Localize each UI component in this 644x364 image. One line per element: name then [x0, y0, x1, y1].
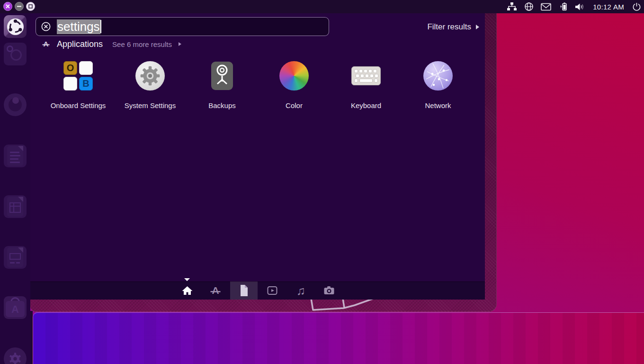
applications-category-header: A Applications See 6 more results — [42, 39, 181, 49]
network-sphere-icon — [423, 61, 453, 91]
wallpaper-origami-line-art — [300, 298, 414, 312]
see-more-results-link[interactable]: See 6 more results — [112, 40, 172, 48]
minimize-icon — [17, 6, 21, 7]
maximize-icon — [28, 4, 33, 9]
document-icon — [238, 284, 250, 297]
lens-applications[interactable]: A — [202, 282, 229, 300]
launcher-item-ubuntu-software[interactable]: A — [4, 296, 27, 319]
volume-icon[interactable] — [574, 2, 585, 11]
lens-music[interactable]: ♫ — [287, 282, 314, 300]
launcher-item-libreoffice-impress[interactable] — [4, 246, 27, 269]
filter-results-label: Filter results — [427, 22, 471, 32]
result-label: Network — [425, 101, 451, 109]
text-caret — [100, 20, 101, 33]
network-tree-icon[interactable] — [507, 2, 517, 11]
launcher-item-firefox[interactable] — [4, 93, 27, 116]
result-label: Color — [286, 101, 303, 109]
close-icon — [6, 4, 10, 9]
see-more-arrow-icon — [179, 42, 181, 46]
filter-results-button[interactable]: Filter results — [427, 22, 479, 32]
system-tray: 10:12 AM — [507, 0, 641, 13]
calc-spreadsheet-icon — [7, 197, 23, 217]
desktop: settings Filter results A Applications S… — [0, 0, 644, 364]
dash-panel: settings Filter results A Applications S… — [30, 13, 497, 312]
result-keyboard[interactable]: Keyboard — [330, 61, 402, 109]
launcher-item-dash-home[interactable] — [4, 15, 27, 38]
top-panel: 10:12 AM — [0, 0, 644, 13]
minimize-button[interactable] — [15, 2, 24, 11]
close-button[interactable] — [3, 2, 12, 11]
maximize-button[interactable] — [26, 2, 35, 11]
launcher-item-system-settings[interactable] — [4, 347, 27, 364]
battery-icon[interactable] — [558, 2, 567, 11]
unity-launcher: A — [0, 13, 30, 364]
launcher-item-libreoffice-calc[interactable] — [4, 195, 27, 218]
search-results-grid: O B Onboard Settings — [42, 61, 485, 109]
clear-search-icon[interactable] — [41, 21, 51, 32]
result-network[interactable]: Network — [402, 61, 474, 109]
home-icon — [181, 285, 193, 296]
camera-icon — [323, 285, 335, 296]
search-input[interactable]: settings — [36, 17, 329, 36]
result-system-settings[interactable]: System Settings — [114, 61, 186, 109]
result-label: Backups — [208, 101, 236, 109]
power-icon[interactable] — [632, 2, 641, 11]
ubuntu-logo-icon — [7, 18, 24, 35]
category-label: Applications — [57, 39, 103, 49]
lens-files[interactable] — [230, 282, 258, 300]
expand-right-arrow-icon — [476, 25, 479, 29]
result-label: System Settings — [125, 101, 176, 109]
mail-icon[interactable] — [541, 3, 551, 11]
music-notes-icon: ♫ — [296, 285, 305, 297]
gear-icon — [4, 347, 27, 364]
background-window — [33, 312, 644, 364]
writer-document-icon — [7, 146, 23, 166]
impress-presentation-icon — [7, 247, 23, 267]
svg-text:A: A — [212, 285, 219, 296]
lens-video[interactable] — [259, 282, 286, 300]
keyboard-icon — [351, 66, 381, 85]
backups-icon — [211, 62, 233, 90]
result-color[interactable]: Color — [258, 61, 330, 109]
lens-photos[interactable] — [315, 282, 343, 300]
applications-lens-icon: A — [210, 285, 221, 296]
clock[interactable]: 10:12 AM — [592, 3, 625, 11]
result-onboard-settings[interactable]: O B Onboard Settings — [42, 61, 114, 109]
onboard-settings-icon: O B — [63, 61, 93, 91]
globe-icon[interactable] — [524, 2, 534, 11]
lens-home[interactable] — [173, 282, 201, 300]
result-label: Onboard Settings — [51, 101, 106, 109]
system-settings-gear-icon — [135, 61, 165, 91]
video-icon — [267, 285, 278, 296]
dash-content: settings Filter results A Applications S… — [30, 13, 485, 300]
desktop-gap — [30, 311, 33, 364]
launcher-item-files[interactable] — [4, 43, 27, 65]
svg-text:A: A — [44, 40, 49, 48]
active-lens-marker-icon — [184, 278, 190, 281]
result-label: Keyboard — [351, 101, 381, 109]
search-value: settings — [57, 19, 101, 34]
lens-bar: A — [30, 282, 485, 300]
result-backups[interactable]: Backups — [186, 61, 258, 109]
applications-lens-icon: A — [42, 40, 50, 48]
color-wheel-icon — [279, 61, 309, 91]
launcher-item-libreoffice-writer[interactable] — [4, 145, 27, 167]
